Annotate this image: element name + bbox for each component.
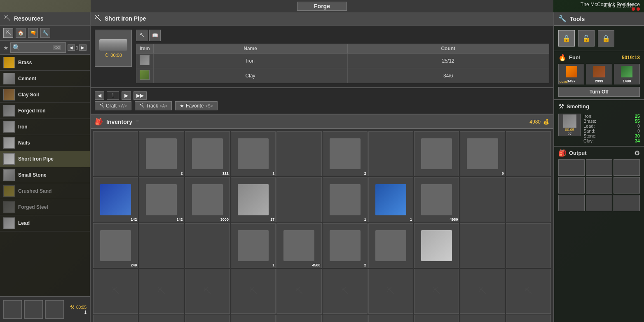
inv-slot-14[interactable]: 17: [231, 177, 276, 222]
inv-slot-20[interactable]: [506, 177, 551, 222]
inv-slot-39[interactable]: ⛏: [460, 269, 505, 314]
resource-item-small-stone[interactable]: Small Stone: [0, 167, 90, 183]
inv-slot-31[interactable]: ⛏: [93, 269, 138, 314]
inv-slot-3[interactable]: 111: [185, 131, 230, 176]
resource-item-iron[interactable]: Iron: [0, 119, 90, 135]
recipe-tab-book[interactable]: 📖: [149, 30, 161, 41]
lock-button-1[interactable]: 🔒: [558, 30, 575, 47]
inv-slot-19[interactable]: [460, 177, 505, 222]
inv-slot-36[interactable]: ⛏: [323, 269, 368, 314]
inv-slot-45[interactable]: ⛏: [276, 315, 321, 322]
inv-slot-48[interactable]: ⛏: [414, 315, 459, 322]
inv-slot-1[interactable]: [93, 131, 138, 176]
inv-slot-38[interactable]: ⛏: [414, 269, 459, 314]
output-slot-8[interactable]: [586, 195, 612, 211]
inv-slot-5[interactable]: [276, 131, 321, 176]
output-slot-7[interactable]: [558, 195, 585, 211]
inv-slot-47[interactable]: ⛏: [368, 315, 413, 322]
quantity-next-button[interactable]: ▶: [122, 91, 131, 100]
inv-slot-42[interactable]: ⛏: [139, 315, 184, 322]
inv-slot-21[interactable]: 249: [93, 223, 138, 268]
fuel-slot-3[interactable]: 1498: [614, 64, 640, 84]
resource-item-forged-steel[interactable]: Forged Steel: [0, 199, 90, 215]
inv-slot-8[interactable]: [414, 131, 459, 176]
inv-slot-17[interactable]: 1: [368, 177, 413, 222]
inv-slot-41[interactable]: ⛏: [93, 315, 138, 322]
inv-slot-37[interactable]: ⛏: [368, 269, 413, 314]
resource-item-forged-iron[interactable]: Forged Iron: [0, 103, 90, 119]
craft-button[interactable]: ⛏ Craft <W>: [95, 101, 131, 110]
fuel-slot-1[interactable]: 00:05 1497: [558, 64, 584, 84]
output-settings-icon[interactable]: ⚙: [634, 149, 640, 157]
inv-slot-22[interactable]: [139, 223, 184, 268]
toolbar-tools-icon[interactable]: 🔧: [40, 28, 50, 38]
lock-button-3[interactable]: 🔒: [598, 30, 614, 47]
favorite-button[interactable]: ★ Favorite <S>: [175, 101, 218, 110]
inv-slot-24[interactable]: 1: [231, 223, 276, 268]
resource-item-brass[interactable]: Brass: [0, 55, 90, 71]
inv-slot-30[interactable]: [506, 223, 551, 268]
inv-slot-29[interactable]: [460, 223, 505, 268]
clear-search-button[interactable]: ⌫: [53, 45, 61, 50]
inv-slot-16[interactable]: 1: [323, 177, 368, 222]
inv-slot-13[interactable]: 3000: [185, 177, 230, 222]
inv-slot-6[interactable]: 2: [323, 131, 368, 176]
inv-slot-12[interactable]: 142: [139, 177, 184, 222]
inv-slot-28[interactable]: [414, 223, 459, 268]
output-slot-6[interactable]: [614, 177, 640, 194]
toolbar-gun-icon[interactable]: 🔫: [28, 28, 38, 38]
turn-off-button[interactable]: Turn Off: [558, 87, 640, 97]
quantity-max-button[interactable]: ▶▶: [133, 91, 147, 100]
inv-slot-7[interactable]: [368, 131, 413, 176]
sort-icon[interactable]: ≡: [136, 119, 139, 125]
output-slot-4[interactable]: [558, 177, 585, 194]
output-slot-9[interactable]: [614, 195, 640, 211]
resource-item-clay-soil[interactable]: Clay Soil: [0, 87, 90, 103]
resource-item-lead[interactable]: Lead: [0, 215, 90, 231]
inv-slot-4[interactable]: 1: [231, 131, 276, 176]
toolbar-crafting-icon[interactable]: ⛏: [3, 28, 13, 38]
resource-item-short-iron-pipe[interactable]: Short Iron Pipe: [0, 151, 90, 167]
search-input[interactable]: [22, 45, 51, 50]
output-slot-5[interactable]: [586, 177, 612, 194]
quantity-prev-button[interactable]: ◀: [95, 91, 104, 100]
inv-slot-2[interactable]: 2: [139, 131, 184, 176]
craft-output-slot-3[interactable]: [45, 300, 64, 319]
inv-slot-44[interactable]: ⛏: [231, 315, 276, 322]
inv-slot-26[interactable]: 2: [323, 223, 368, 268]
output-slot-2[interactable]: [586, 159, 612, 176]
inv-slot-50[interactable]: ⛏: [506, 315, 551, 322]
inv-slot-15[interactable]: [276, 177, 321, 222]
inv-slot-27[interactable]: [368, 223, 413, 268]
inv-slot-32[interactable]: ⛏: [139, 269, 184, 314]
inv-slot-11[interactable]: 142: [93, 177, 138, 222]
smelting-slot[interactable]: 00:05 27: [558, 114, 581, 136]
lock-button-2[interactable]: 🔓: [578, 30, 595, 47]
inv-slot-23[interactable]: [185, 223, 230, 268]
craft-output-slot-2[interactable]: [24, 300, 43, 319]
inv-slot-46[interactable]: ⛏: [323, 315, 368, 322]
track-button[interactable]: ⛏ Track <A>: [135, 101, 172, 110]
fuel-slot-2[interactable]: 2999: [586, 64, 612, 84]
recipe-tab-crafting[interactable]: ⛏: [136, 30, 148, 41]
inv-slot-40[interactable]: ⛏: [506, 269, 551, 314]
inv-slot-33[interactable]: ⛏: [185, 269, 230, 314]
inv-slot-18[interactable]: 4980: [414, 177, 459, 222]
page-prev-button[interactable]: ◀: [68, 44, 75, 51]
output-slot-3[interactable]: [614, 159, 640, 176]
toolbar-home-icon[interactable]: 🏠: [16, 28, 26, 38]
inv-slot-49[interactable]: ⛏: [460, 315, 505, 322]
inv-slot-25[interactable]: 4500: [276, 223, 321, 268]
inv-slot-35[interactable]: ⛏: [276, 269, 321, 314]
page-next-button[interactable]: ▶: [79, 44, 87, 51]
inv-slot-10[interactable]: [506, 131, 551, 176]
output-slot-1[interactable]: [558, 159, 585, 176]
inv-slot-43[interactable]: ⛏: [185, 315, 230, 322]
inv-slot-34[interactable]: ⛏: [231, 269, 276, 314]
craft-output-slot-1[interactable]: [3, 300, 22, 319]
resource-item-crushed-sand[interactable]: Crushed Sand: [0, 183, 90, 199]
inv-slot-9[interactable]: 6: [460, 131, 505, 176]
resource-item-nails[interactable]: Nails: [0, 135, 90, 151]
favorites-star-button[interactable]: ★: [3, 44, 9, 51]
resource-item-cement[interactable]: Cement: [0, 71, 90, 87]
